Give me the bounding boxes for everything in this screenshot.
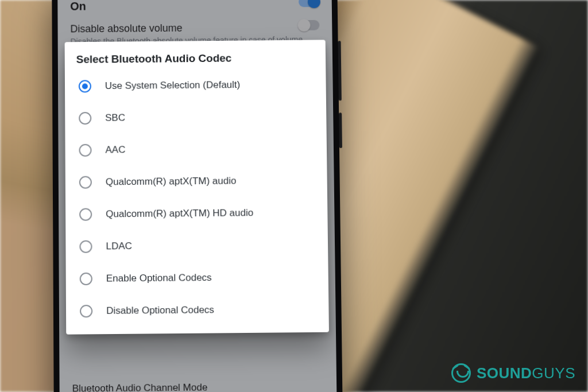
- watermark-text: SOUNDGUYS: [477, 364, 575, 382]
- codec-option-label: Qualcomm(R) aptX(TM) audio: [106, 175, 237, 188]
- radio-selected-icon: [79, 80, 91, 92]
- radio-unselected-icon: [80, 305, 92, 317]
- soundguys-logo-icon: [451, 363, 471, 383]
- codec-option-label: LDAC: [106, 240, 132, 253]
- radio-unselected-icon: [80, 273, 92, 285]
- radio-unselected-icon: [79, 208, 92, 221]
- codec-option[interactable]: Disable Optional Codecs: [78, 293, 319, 328]
- phone-frame: On Disable absolute volume Disables the …: [52, 0, 343, 392]
- codec-option-label: Disable Optional Codecs: [106, 304, 214, 317]
- codec-option[interactable]: Qualcomm(R) aptX(TM) audio: [77, 164, 317, 199]
- codec-option[interactable]: Enable Optional Codecs: [78, 261, 318, 295]
- dialog-title: Select Bluetooth Audio Codec: [76, 51, 316, 65]
- codec-option[interactable]: SBC: [76, 100, 316, 134]
- radio-unselected-icon: [79, 144, 91, 157]
- codec-option-label: Qualcomm(R) aptX(TM) HD audio: [106, 207, 253, 220]
- codec-option-label: AAC: [105, 144, 125, 156]
- codec-option[interactable]: Qualcomm(R) aptX(TM) HD audio: [77, 196, 318, 231]
- codec-select-dialog: Select Bluetooth Audio Codec Use System …: [65, 40, 329, 334]
- phone-side-button: [339, 112, 342, 148]
- codec-option[interactable]: Use System Selection (Default): [76, 68, 316, 102]
- watermark: SOUNDGUYS: [451, 363, 575, 383]
- phone-screen: On Disable absolute volume Disables the …: [57, 0, 336, 392]
- codec-option-label: Use System Selection (Default): [105, 79, 241, 92]
- codec-option[interactable]: LDAC: [77, 228, 318, 263]
- codec-option[interactable]: AAC: [76, 132, 316, 166]
- radio-unselected-icon: [79, 112, 91, 125]
- codec-option-label: SBC: [105, 112, 125, 124]
- codec-option-list: Use System Selection (Default)SBCAACQual…: [76, 68, 319, 327]
- radio-unselected-icon: [79, 240, 92, 253]
- codec-option-label: Enable Optional Codecs: [106, 271, 212, 285]
- radio-unselected-icon: [79, 176, 92, 189]
